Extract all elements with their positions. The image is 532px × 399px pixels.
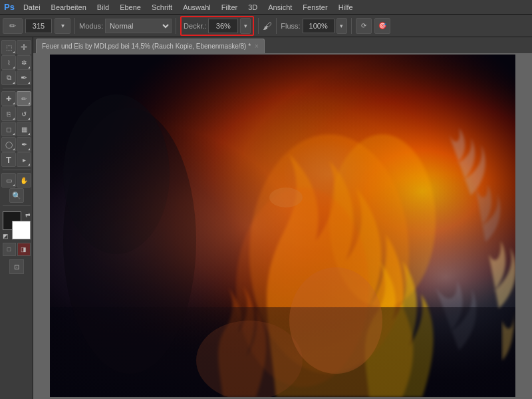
background-color[interactable]	[12, 221, 31, 239]
tablet-pressure-size[interactable]: 🎯	[374, 18, 390, 34]
svg-point-15	[196, 321, 303, 397]
brush-size-input[interactable]	[25, 19, 52, 33]
reset-colors-icon[interactable]: ◩	[3, 233, 9, 239]
sub-indicator	[13, 148, 15, 150]
magic-wand-icon: ✲	[21, 59, 27, 66]
menu-bar: Ps Datei Bearbeiten Bild Ebene Schrift A…	[0, 0, 532, 15]
zoom-icon: 🔍	[12, 192, 21, 200]
menu-filter[interactable]: Filter	[217, 2, 242, 13]
tool-row-8: T ▸	[1, 152, 31, 167]
fluss-input[interactable]	[303, 19, 334, 33]
move-tool[interactable]: ✛	[17, 40, 31, 55]
clone-stamp-tool[interactable]: ⎘	[1, 106, 16, 121]
healing-icon: ✚	[6, 95, 11, 102]
separator-2	[176, 18, 176, 34]
content: ⬚ ✛ ⌇ ✲ ⧉ ✒	[0, 37, 532, 399]
dodge-tool[interactable]: ◯	[1, 137, 16, 152]
brush-preset-btn[interactable]: ▾	[55, 18, 70, 34]
pen-icon: ✒	[21, 140, 27, 149]
crop-icon: ⧉	[7, 74, 11, 82]
canvas-area: Feuer und Eis by MDI.psd bei 14,5% (Rauc…	[33, 37, 532, 399]
gradient-tool[interactable]: ▦	[17, 122, 31, 136]
screen-mode-btn[interactable]: ⊡	[9, 259, 24, 274]
modus-group: Modus: Normal Multiplizieren Luminanz	[79, 19, 172, 33]
menu-bearbeiten[interactable]: Bearbeiten	[47, 2, 91, 13]
healing-tool[interactable]: ✚	[1, 91, 16, 106]
menu-3d[interactable]: 3D	[243, 2, 262, 13]
tool-row-7: ◯ ✒	[1, 137, 31, 152]
toolbox-sep-3	[3, 205, 31, 206]
clone-stamp-icon: ⎘	[7, 110, 11, 118]
eyedropper-icon: ✒	[21, 73, 27, 82]
tool-row-3: ⧉ ✒	[1, 70, 31, 85]
standard-mode-btn[interactable]: □	[3, 243, 16, 256]
sub-indicator	[13, 66, 15, 68]
menu-ebene[interactable]: Ebene	[115, 2, 146, 13]
canvas	[50, 55, 515, 398]
fluss-slider-btn[interactable]: ▾	[336, 18, 347, 34]
quick-mask-btn[interactable]: ◨	[17, 243, 31, 256]
sub-indicator	[13, 82, 15, 84]
history-brush-icon: ↺	[21, 110, 27, 118]
eyedropper-tool[interactable]: ✒	[17, 70, 31, 85]
deckr-slider-btn[interactable]: ▾	[240, 18, 251, 34]
sub-indicator	[13, 133, 15, 135]
brush-icon: ✏	[21, 95, 27, 102]
tool-preset-picker[interactable]: ✏	[3, 18, 23, 34]
tool-row-4: ✚ ✏	[1, 91, 31, 106]
brush-tool[interactable]: ✏	[17, 91, 31, 106]
gradient-icon: ▦	[21, 126, 27, 133]
deckr-input[interactable]	[208, 19, 238, 33]
color-swatch-area: ⇄ ◩	[3, 211, 31, 239]
tab-close-btn[interactable]: ×	[255, 43, 259, 50]
tool-row-6: ◻ ▦	[1, 122, 31, 136]
svg-point-14	[269, 188, 303, 207]
history-brush-tool[interactable]: ↺	[17, 106, 31, 121]
tool-row-9: ▭ ✋	[1, 173, 31, 188]
path-select-tool[interactable]: ▸	[17, 152, 31, 167]
menu-hilfe[interactable]: Hilfe	[334, 2, 358, 13]
app-icon: Ps	[4, 2, 15, 12]
shapes-tool[interactable]: ▭	[1, 173, 16, 188]
menu-datei[interactable]: Datei	[19, 2, 45, 13]
lasso-icon: ⌇	[7, 59, 11, 66]
text-icon: T	[6, 155, 11, 165]
sub-indicator	[28, 102, 30, 104]
document-tab[interactable]: Feuer und Eis by MDI.psd bei 14,5% (Rauc…	[36, 39, 265, 53]
marquee-tool[interactable]: ⬚	[1, 40, 16, 55]
toolbar: ✏ ▾ Modus: Normal Multiplizieren Luminan…	[0, 15, 532, 37]
sub-indicator	[13, 118, 15, 120]
deckr-label: Deckr.:	[184, 22, 206, 30]
modus-label: Modus:	[79, 22, 103, 30]
pen-tool[interactable]: ✒	[17, 137, 31, 152]
eraser-tool[interactable]: ◻	[1, 122, 16, 136]
deckr-group: Deckr.: ▾	[180, 16, 254, 36]
modus-select[interactable]: Normal Multiplizieren Luminanz	[105, 19, 172, 33]
magic-wand-tool[interactable]: ✲	[17, 55, 31, 70]
text-tool[interactable]: T	[1, 152, 16, 167]
sub-indicator	[28, 133, 30, 135]
menu-auswahl[interactable]: Auswahl	[178, 2, 215, 13]
tablet-pressure-opacity[interactable]: ⟳	[356, 18, 372, 34]
menu-ansicht[interactable]: Ansicht	[263, 2, 297, 13]
toolbox-sep-1	[3, 88, 31, 88]
airbrush-icon[interactable]: 🖌	[263, 21, 272, 31]
hand-tool[interactable]: ✋	[17, 173, 31, 188]
sub-indicator	[28, 148, 30, 150]
tool-row-5: ⎘ ↺	[1, 106, 31, 121]
menu-schrift[interactable]: Schrift	[147, 2, 177, 13]
menu-bild[interactable]: Bild	[92, 2, 114, 13]
sub-indicator	[28, 164, 30, 166]
separator-5	[351, 18, 352, 34]
fire-ice-artwork	[50, 55, 515, 397]
zoom-tool[interactable]: 🔍	[9, 188, 24, 203]
swap-colors-icon[interactable]: ⇄	[25, 211, 31, 218]
shapes-icon: ▭	[6, 177, 12, 184]
tool-row-10: 🔍	[9, 188, 24, 203]
lasso-tool[interactable]: ⌇	[1, 55, 16, 70]
crop-tool[interactable]: ⧉	[1, 70, 16, 85]
sub-indicator	[28, 66, 30, 68]
hand-icon: ✋	[20, 177, 28, 184]
menu-fenster[interactable]: Fenster	[298, 2, 332, 13]
move-icon: ✛	[21, 43, 27, 52]
